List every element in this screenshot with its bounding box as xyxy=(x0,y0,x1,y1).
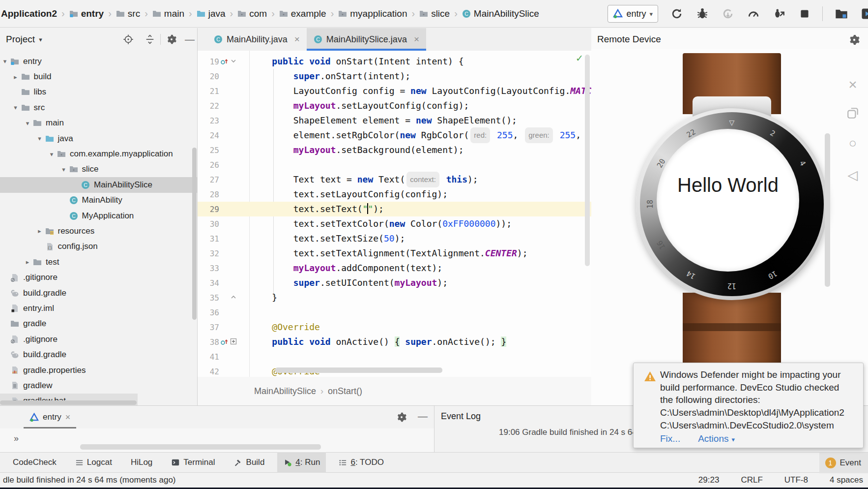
stop-icon[interactable] xyxy=(798,7,811,21)
tree-expanded-icon[interactable]: ▾ xyxy=(59,166,69,173)
code-line-21[interactable]: 21 LayoutConfig config = new LayoutConfi… xyxy=(198,84,591,98)
code-line-35[interactable]: 35 } xyxy=(198,290,591,305)
file-encoding[interactable]: UTF-8 xyxy=(784,475,808,485)
breadcrumb-item-slice[interactable]: slice xyxy=(419,8,450,19)
code-line-41[interactable]: 41 xyxy=(198,349,591,364)
tree-item-.gitignore[interactable]: .gitignore xyxy=(0,270,197,285)
code-line-30[interactable]: 30 text.setTextColor(new Color(0xFF00000… xyxy=(198,216,591,231)
code-line-19[interactable]: 19 public void onStart(Intent intent) { xyxy=(198,54,591,69)
override-marker-icon[interactable] xyxy=(220,337,230,346)
code-line-32[interactable]: 32 text.setTextAlignment(TextAlignment.C… xyxy=(198,246,591,261)
breadcrumb-item-MainAbilitySlice[interactable]: CMainAbilitySlice xyxy=(462,8,539,19)
tree-collapsed-icon[interactable]: ▸ xyxy=(35,227,45,235)
tree-item-gradle.properties[interactable]: gradle.properties xyxy=(0,363,197,378)
settings-gear-icon[interactable] xyxy=(166,34,177,45)
code-line-20[interactable]: 20 super.onStart(intent); xyxy=(198,69,591,84)
tree-expanded-icon[interactable]: ▾ xyxy=(35,135,45,142)
close-icon[interactable]: × xyxy=(65,412,71,423)
tree-item-MainAbilitySlice[interactable]: CMainAbilitySlice xyxy=(0,177,197,192)
tree-item-build.gradle[interactable]: build.gradle xyxy=(0,347,197,362)
fold-open-icon[interactable] xyxy=(230,58,240,65)
tool-tab-hilog[interactable]: HiLog xyxy=(125,452,158,473)
debug-icon[interactable] xyxy=(695,7,709,21)
tree-item-resources[interactable]: ▸resources xyxy=(0,223,197,239)
project-horizontal-scrollbar[interactable] xyxy=(0,400,137,405)
tree-item-src[interactable]: ▾src xyxy=(0,100,197,115)
profiler-icon[interactable] xyxy=(747,7,760,21)
tree-expanded-icon[interactable]: ▾ xyxy=(11,104,21,111)
tree-item-libs[interactable]: libs xyxy=(0,85,197,100)
editor-vertical-scrollbar[interactable] xyxy=(585,55,590,266)
tool-tab-logcat[interactable]: Logcat xyxy=(69,452,118,473)
tree-collapsed-icon[interactable]: ▸ xyxy=(11,73,21,81)
project-panel-title[interactable]: Project xyxy=(6,34,35,45)
hide-panel-icon[interactable]: — xyxy=(185,34,196,45)
tree-item-.gitignore[interactable]: .gitignore xyxy=(0,332,197,347)
tool-tab-codecheck[interactable]: CodeCheck xyxy=(7,452,62,473)
tree-item-entry.iml[interactable]: entry.iml xyxy=(0,301,197,316)
device-settings-gear-icon[interactable] xyxy=(848,34,860,46)
code-line-28[interactable]: 28 text.setLayoutConfig(config); xyxy=(198,187,591,202)
run-console[interactable]: » xyxy=(0,428,434,452)
breadcrumb-method[interactable]: onStart() xyxy=(328,386,362,397)
device-run-icon[interactable] xyxy=(860,7,868,21)
actions-link[interactable]: Actions▾ xyxy=(698,433,735,444)
tree-item-gradlew[interactable]: gradlew xyxy=(0,378,197,393)
close-icon[interactable]: × xyxy=(294,34,300,45)
tree-expanded-icon[interactable]: ▾ xyxy=(47,151,57,158)
back-icon[interactable]: ◁ xyxy=(848,167,858,183)
project-folder-icon[interactable] xyxy=(835,7,848,21)
tree-item-MainAbility[interactable]: CMainAbility xyxy=(0,193,197,208)
locate-icon[interactable] xyxy=(123,34,134,45)
tree-item-slice[interactable]: ▾slice xyxy=(0,162,197,177)
breadcrumb-item-example[interactable]: example xyxy=(279,8,326,19)
tree-item-main[interactable]: ▾main xyxy=(0,116,197,131)
code-line-26[interactable]: 26 xyxy=(198,157,591,172)
breadcrumb-item-src[interactable]: src xyxy=(116,8,140,19)
breadcrumb-item-main[interactable]: main xyxy=(152,8,184,19)
tool-tab-4-run[interactable]: 4: Run xyxy=(277,452,326,473)
tool-tab-event[interactable]: 1Event xyxy=(819,453,868,473)
code-line-33[interactable]: 33 myLayout.addComponent(text); xyxy=(198,261,591,275)
tree-expanded-icon[interactable]: ▾ xyxy=(23,120,32,127)
override-marker-icon[interactable] xyxy=(220,57,230,66)
tree-item-MyApplication[interactable]: CMyApplication xyxy=(0,208,197,223)
inspection-ok-icon[interactable]: ✓ xyxy=(576,53,583,64)
code-line-36[interactable]: 36 xyxy=(198,305,591,320)
home-icon[interactable]: ○ xyxy=(849,136,857,151)
run-settings-gear-icon[interactable] xyxy=(396,412,407,423)
breadcrumb-item-com[interactable]: com xyxy=(237,8,267,19)
caret-position[interactable]: 29:23 xyxy=(698,475,720,485)
tool-tab-terminal[interactable]: Terminal xyxy=(165,452,221,473)
code-line-29[interactable]: 29 text.setText(""); xyxy=(198,202,591,216)
attach-debugger-icon[interactable] xyxy=(772,7,786,21)
close-icon[interactable]: × xyxy=(848,79,857,91)
code-line-31[interactable]: 31 text.setTextSize(50); xyxy=(198,231,591,246)
tree-item-config.json[interactable]: {}config.json xyxy=(0,239,197,254)
breadcrumb-item-java[interactable]: java xyxy=(197,8,226,19)
sync-run-icon[interactable] xyxy=(670,7,684,21)
code-line-24[interactable]: 24 element.setRgbColor(new RgbColor(red:… xyxy=(198,128,591,143)
event-log-title[interactable]: Event Log xyxy=(441,411,481,422)
editor-tab-MainAbility.java[interactable]: CMainAbility.java× xyxy=(207,28,307,51)
tool-tab-build[interactable]: Build xyxy=(228,452,271,473)
collapse-all-icon[interactable] xyxy=(145,34,155,45)
tree-item-build[interactable]: ▸build xyxy=(0,69,197,84)
run-coverage-icon[interactable] xyxy=(721,7,735,21)
tool-tab-6-todo[interactable]: 6: TODO xyxy=(333,452,389,473)
rotate-icon[interactable] xyxy=(846,107,859,120)
run-panel-tab-entry[interactable]: entry × xyxy=(24,406,76,428)
project-vertical-scrollbar[interactable] xyxy=(192,148,197,320)
run-config-selector[interactable]: entry ▾ xyxy=(608,5,658,23)
code-line-37[interactable]: 37 @Override xyxy=(198,320,591,335)
tree-item-gradle[interactable]: gradle xyxy=(0,316,197,332)
tree-item-java[interactable]: ▾java xyxy=(0,131,197,146)
code-line-38[interactable]: 38 public void onActive() { super.onActi… xyxy=(198,335,591,349)
tree-item-com.example.myapplication[interactable]: ▾com.example.myapplication xyxy=(0,146,197,161)
device-vertical-scrollbar[interactable] xyxy=(825,133,830,287)
breadcrumb-class[interactable]: MainAbilitySlice xyxy=(254,386,316,397)
expand-console-icon[interactable]: » xyxy=(14,433,19,444)
code-line-22[interactable]: 22 myLayout.setLayoutConfig(config); xyxy=(198,98,591,113)
code-line-27[interactable]: 27 Text text = new Text(context: this); xyxy=(198,172,591,187)
tree-collapsed-icon[interactable]: ▸ xyxy=(23,258,32,266)
